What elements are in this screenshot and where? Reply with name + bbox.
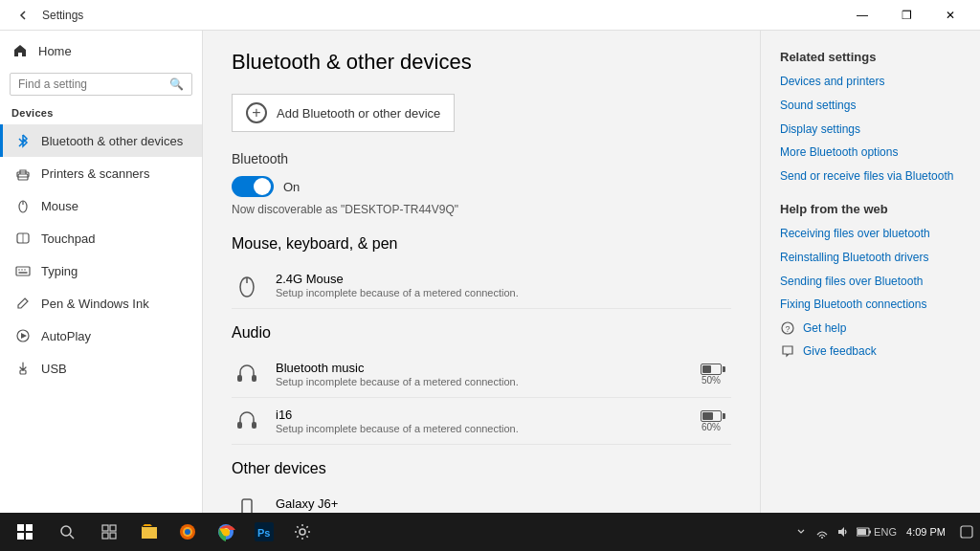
bluetooth-toggle[interactable] <box>232 176 274 197</box>
link-send-receive-bluetooth[interactable]: Send or receive files via Bluetooth <box>780 168 961 185</box>
search-taskbar-button[interactable] <box>48 513 86 551</box>
close-button[interactable]: ✕ <box>928 0 972 31</box>
headphone-icon-2 <box>232 406 262 436</box>
battery-i16: 60% <box>701 410 722 432</box>
battery-icon <box>701 410 722 422</box>
add-device-button[interactable]: + Add Bluetooth or other device <box>232 94 455 132</box>
svg-rect-20 <box>242 499 252 513</box>
typing-icon <box>14 262 32 279</box>
link-fixing-connections[interactable]: Fixing Bluetooth connections <box>780 297 961 313</box>
sidebar-item-autoplay[interactable]: AutoPlay <box>0 320 202 352</box>
link-display-settings[interactable]: Display settings <box>780 121 961 138</box>
svg-rect-34 <box>102 525 108 531</box>
sidebar-item-bluetooth-label: Bluetooth & other devices <box>41 134 183 148</box>
main-container: Home 🔍 Devices Bluetooth & other devices… <box>0 31 980 513</box>
device-info-galaxy1: Galaxy J6+ Setup incomplete because of a… <box>276 496 731 513</box>
svg-rect-6 <box>16 267 30 276</box>
taskbar-photoshop-icon[interactable]: Ps <box>247 513 281 551</box>
toggle-knob <box>254 178 271 195</box>
svg-point-40 <box>185 529 190 535</box>
battery-icon <box>701 364 722 375</box>
link-sending-files[interactable]: Sending files over Bluetooth <box>780 274 961 290</box>
tray-notification-icon[interactable] <box>959 524 974 540</box>
sidebar-item-bluetooth[interactable]: Bluetooth & other devices <box>0 124 202 157</box>
link-receiving-files[interactable]: Receiving files over bluetooth <box>780 226 961 242</box>
taskbar-firefox-icon[interactable] <box>170 513 205 551</box>
sidebar-item-touchpad-label: Touchpad <box>41 231 95 246</box>
titlebar: Settings — ❐ ✕ <box>0 0 980 31</box>
sidebar-item-printers-label: Printers & scanners <box>41 166 149 181</box>
device-status: Setup incomplete because of a metered co… <box>276 287 731 298</box>
svg-text:?: ? <box>785 324 790 334</box>
restore-button[interactable]: ❐ <box>884 0 928 31</box>
svg-rect-49 <box>869 531 871 534</box>
tray-arrow-icon[interactable] <box>793 524 809 540</box>
bluetooth-icon <box>14 132 32 149</box>
device-info-i16: i16 Setup incomplete because of a metere… <box>276 408 687 434</box>
device-item-i16[interactable]: i16 Setup incomplete because of a metere… <box>232 398 731 445</box>
svg-marker-47 <box>838 527 844 537</box>
svg-rect-30 <box>17 533 24 540</box>
sidebar-search-box[interactable]: 🔍 <box>10 73 192 96</box>
device-info-mouse: 2.4G Mouse Setup incomplete because of a… <box>276 272 731 298</box>
svg-rect-36 <box>102 533 108 539</box>
pen-icon <box>14 295 32 312</box>
sidebar-item-touchpad[interactable]: Touchpad <box>0 222 202 254</box>
titlebar-left: Settings <box>11 4 83 27</box>
device-item-mouse[interactable]: 2.4G Mouse Setup incomplete because of a… <box>232 262 731 309</box>
sidebar: Home 🔍 Devices Bluetooth & other devices… <box>0 31 203 513</box>
mouse-device-icon <box>232 270 262 300</box>
titlebar-controls: — ❐ ✕ <box>840 0 972 31</box>
sidebar-item-mouse-label: Mouse <box>41 199 78 213</box>
get-help-link[interactable]: Get help <box>803 321 846 335</box>
sidebar-item-printers[interactable]: Printers & scanners <box>0 157 202 189</box>
sidebar-item-usb[interactable]: USB <box>0 352 202 385</box>
phone-icon-1 <box>232 495 262 513</box>
help-title: Help from the web <box>780 202 961 216</box>
tray-language-icon[interactable]: ENG <box>878 524 893 540</box>
mouse-section-title: Mouse, keyboard, & pen <box>232 235 731 253</box>
sidebar-item-pen[interactable]: Pen & Windows Ink <box>0 287 202 320</box>
sidebar-item-mouse[interactable]: Mouse <box>0 189 202 222</box>
link-devices-printers[interactable]: Devices and printers <box>780 74 961 90</box>
search-icon: 🔍 <box>169 77 184 91</box>
device-status: Setup incomplete because of a metered co… <box>276 423 687 434</box>
link-sound-settings[interactable]: Sound settings <box>780 98 961 114</box>
sidebar-section-label: Devices <box>0 103 202 124</box>
battery-pct: 60% <box>702 422 721 432</box>
tray-network-icon[interactable] <box>814 524 830 540</box>
sidebar-item-typing-label: Typing <box>41 264 78 278</box>
device-item-bt-music[interactable]: Bluetooth music Setup incomplete because… <box>232 351 731 398</box>
taskbar-left: Ps <box>6 513 320 551</box>
taskbar-chrome-icon[interactable] <box>209 513 243 551</box>
svg-rect-19 <box>252 422 256 429</box>
sidebar-item-autoplay-label: AutoPlay <box>41 329 91 343</box>
start-button[interactable] <box>6 513 44 551</box>
svg-rect-51 <box>961 526 972 538</box>
svg-rect-35 <box>110 525 116 531</box>
svg-rect-13 <box>20 370 26 374</box>
link-reinstalling-drivers[interactable]: Reinstalling Bluetooth drivers <box>780 250 961 266</box>
tray-volume-icon[interactable] <box>835 524 851 540</box>
feedback-link[interactable]: Give feedback <box>803 344 877 358</box>
tray-battery-icon[interactable] <box>857 524 872 540</box>
sidebar-item-pen-label: Pen & Windows Ink <box>41 297 149 311</box>
taskbar-settings-icon[interactable] <box>285 513 320 551</box>
minimize-button[interactable]: — <box>840 0 884 31</box>
home-icon <box>11 42 29 59</box>
search-input[interactable] <box>18 77 166 91</box>
clock[interactable]: 4:09 PM <box>899 526 953 538</box>
task-view-button[interactable] <box>90 513 128 551</box>
sidebar-item-home[interactable]: Home <box>0 34 202 67</box>
system-tray: ENG 4:09 PM <box>793 524 974 540</box>
link-more-bluetooth[interactable]: More Bluetooth options <box>780 144 961 161</box>
discoverable-text: Now discoverable as "DESKTOP-TR44V9Q" <box>232 203 731 216</box>
touchpad-icon <box>14 230 32 247</box>
device-item-galaxy1[interactable]: Galaxy J6+ Setup incomplete because of a… <box>232 487 731 513</box>
device-info-bt-music: Bluetooth music Setup incomplete because… <box>276 361 687 387</box>
sidebar-item-typing[interactable]: Typing <box>0 254 202 287</box>
device-name: Bluetooth music <box>276 361 687 375</box>
taskbar-explorer-icon[interactable] <box>132 513 167 551</box>
mouse-icon <box>14 197 32 214</box>
back-button[interactable] <box>11 4 34 27</box>
